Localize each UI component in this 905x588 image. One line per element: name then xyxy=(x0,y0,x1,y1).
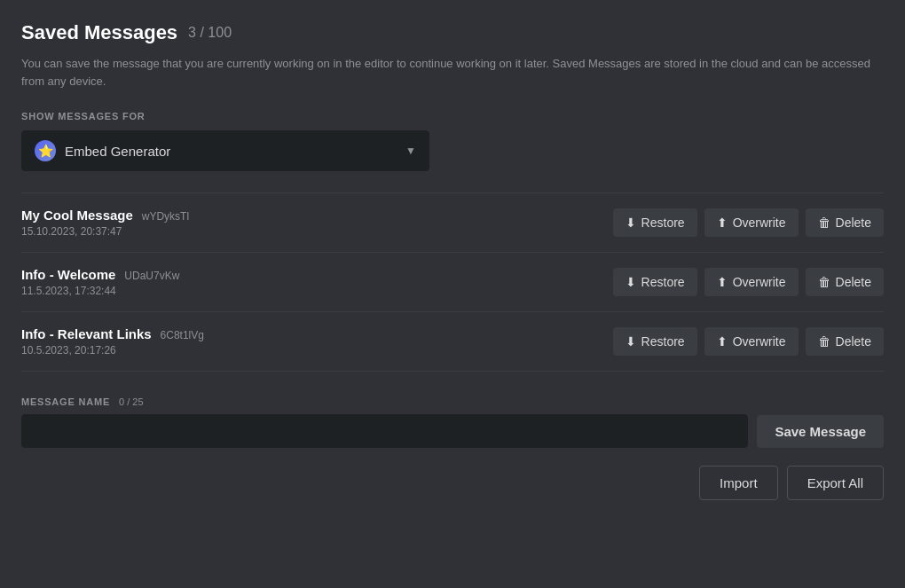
delete-label: Delete xyxy=(836,275,871,289)
message-name-line: Info - Relevant Links 6C8t1lVg xyxy=(21,326,204,341)
filter-section: SHOW MESSAGES FOR ⭐ Embed Generator ▼ xyxy=(21,111,884,171)
message-name-label: MESSAGE NAME xyxy=(21,396,110,407)
message-date: 11.5.2023, 17:32:44 xyxy=(21,285,179,297)
table-row: Info - Welcome UDaU7vKw 11.5.2023, 17:32… xyxy=(21,252,884,311)
table-row: My Cool Message wYDyksTl 15.10.2023, 20:… xyxy=(21,192,884,252)
message-name-input[interactable] xyxy=(21,414,748,448)
message-actions: ⬇ Restore ⬆ Overwrite 🗑 Delete xyxy=(613,327,884,356)
page-title-row: Saved Messages 3 / 100 xyxy=(21,21,884,44)
restore-icon: ⬇ xyxy=(626,275,636,289)
overwrite-icon: ⬆ xyxy=(717,334,728,349)
table-row: Info - Relevant Links 6C8t1lVg 10.5.2023… xyxy=(21,311,884,372)
chevron-down-icon: ▼ xyxy=(405,145,416,157)
restore-icon: ⬇ xyxy=(626,334,636,349)
message-info: Info - Welcome UDaU7vKw 11.5.2023, 17:32… xyxy=(21,267,179,297)
app-filter-dropdown[interactable]: ⭐ Embed Generator ▼ xyxy=(21,130,429,171)
input-row: Save Message xyxy=(21,414,884,448)
overwrite-label: Overwrite xyxy=(733,275,786,289)
restore-button[interactable]: ⬇ Restore xyxy=(613,327,697,356)
message-actions: ⬇ Restore ⬆ Overwrite 🗑 Delete xyxy=(613,208,884,237)
save-message-section: MESSAGE NAME 0 / 25 Save Message xyxy=(21,396,884,448)
message-count-badge: 3 / 100 xyxy=(188,25,232,41)
delete-button[interactable]: 🗑 Delete xyxy=(806,327,884,356)
trash-icon: 🗑 xyxy=(818,275,830,289)
char-count: 0 / 25 xyxy=(119,396,144,407)
export-all-button[interactable]: Export All xyxy=(787,466,884,500)
message-id: 6C8t1lVg xyxy=(161,329,204,341)
dropdown-selected-label: Embed Generator xyxy=(65,144,397,159)
overwrite-button[interactable]: ⬆ Overwrite xyxy=(704,268,799,296)
import-button[interactable]: Import xyxy=(699,466,778,500)
message-id: wYDyksTl xyxy=(142,210,189,223)
message-info: Info - Relevant Links 6C8t1lVg 10.5.2023… xyxy=(21,326,204,357)
restore-label: Restore xyxy=(641,216,685,230)
delete-label: Delete xyxy=(836,334,871,349)
restore-icon: ⬇ xyxy=(626,216,636,230)
message-date: 10.5.2023, 20:17:26 xyxy=(21,344,204,357)
app-icon: ⭐ xyxy=(35,140,56,161)
trash-icon: 🗑 xyxy=(818,334,830,349)
message-name: Info - Welcome xyxy=(21,267,115,282)
restore-button[interactable]: ⬇ Restore xyxy=(613,208,697,237)
trash-icon: 🗑 xyxy=(818,216,830,230)
overwrite-icon: ⬆ xyxy=(717,216,728,230)
message-name-line: Info - Welcome UDaU7vKw xyxy=(21,267,179,282)
message-date: 15.10.2023, 20:37:47 xyxy=(21,225,189,238)
overwrite-label: Overwrite xyxy=(733,216,786,230)
message-name: Info - Relevant Links xyxy=(21,326,152,341)
delete-button[interactable]: 🗑 Delete xyxy=(806,268,884,296)
delete-label: Delete xyxy=(836,216,871,230)
message-name: My Cool Message xyxy=(21,208,133,223)
delete-button[interactable]: 🗑 Delete xyxy=(806,208,884,237)
save-message-button[interactable]: Save Message xyxy=(757,415,884,448)
messages-list: My Cool Message wYDyksTl 15.10.2023, 20:… xyxy=(21,192,884,372)
restore-button[interactable]: ⬇ Restore xyxy=(613,268,697,296)
footer-actions: Import Export All xyxy=(21,466,884,500)
restore-label: Restore xyxy=(641,334,685,349)
message-name-label-row: MESSAGE NAME 0 / 25 xyxy=(21,396,884,407)
message-actions: ⬇ Restore ⬆ Overwrite 🗑 Delete xyxy=(613,268,884,296)
overwrite-icon: ⬆ xyxy=(717,275,728,289)
page-title: Saved Messages xyxy=(21,21,177,44)
page-description: You can save the message that you are cu… xyxy=(21,55,884,90)
restore-label: Restore xyxy=(641,275,685,289)
overwrite-button[interactable]: ⬆ Overwrite xyxy=(704,208,799,237)
filter-label: SHOW MESSAGES FOR xyxy=(21,111,884,122)
overwrite-label: Overwrite xyxy=(733,334,786,349)
overwrite-button[interactable]: ⬆ Overwrite xyxy=(704,327,799,356)
message-name-line: My Cool Message wYDyksTl xyxy=(21,208,189,223)
message-id: UDaU7vKw xyxy=(124,270,179,282)
message-info: My Cool Message wYDyksTl 15.10.2023, 20:… xyxy=(21,208,189,238)
